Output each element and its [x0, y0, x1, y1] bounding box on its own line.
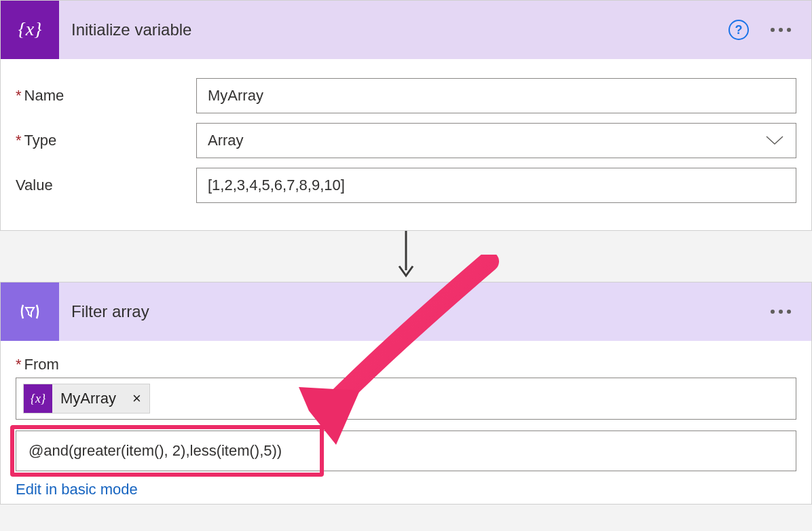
field-label: *Type — [16, 132, 196, 149]
more-menu-button[interactable] — [767, 310, 795, 314]
field-label: Value — [16, 177, 196, 194]
field-value-row: Value — [16, 168, 796, 203]
field-label: *Name — [16, 87, 196, 105]
card-header[interactable]: Filter array — [1, 282, 811, 341]
field-name-row: *Name — [16, 78, 796, 113]
expression-row — [16, 431, 796, 471]
from-label: *From — [16, 356, 796, 373]
card-title: Filter array — [71, 302, 767, 321]
card-title: Initialize variable — [71, 20, 728, 39]
card-header[interactable]: {x} Initialize variable ? — [1, 1, 811, 59]
name-input[interactable] — [196, 78, 796, 113]
filter-icon — [1, 282, 59, 341]
flow-connector — [0, 231, 812, 282]
value-input[interactable] — [196, 168, 796, 203]
svg-text:{x}: {x} — [18, 18, 42, 39]
initialize-variable-card: {x} Initialize variable ? *Name *Type Ar… — [0, 0, 812, 231]
card-body: *From {x} MyArray × Edit in basic mode — [1, 341, 811, 504]
edit-basic-mode-link[interactable]: Edit in basic mode — [16, 481, 138, 498]
card-body: *Name *Type Array Value — [1, 59, 811, 230]
help-icon[interactable]: ? — [728, 20, 749, 40]
variable-token[interactable]: {x} MyArray × — [23, 384, 150, 414]
from-input[interactable]: {x} MyArray × — [16, 378, 796, 420]
svg-text:{x}: {x} — [31, 392, 46, 405]
remove-token-button[interactable]: × — [124, 390, 149, 407]
expression-input[interactable] — [16, 431, 796, 471]
type-dropdown[interactable]: Array — [196, 123, 796, 158]
filter-array-card: Filter array *From {x} MyArray × — [0, 282, 812, 505]
more-menu-button[interactable] — [767, 28, 795, 32]
token-label: MyArray — [52, 390, 124, 407]
variable-icon: {x} — [24, 384, 52, 413]
variable-icon: {x} — [1, 1, 59, 59]
field-type-row: *Type Array — [16, 123, 796, 158]
